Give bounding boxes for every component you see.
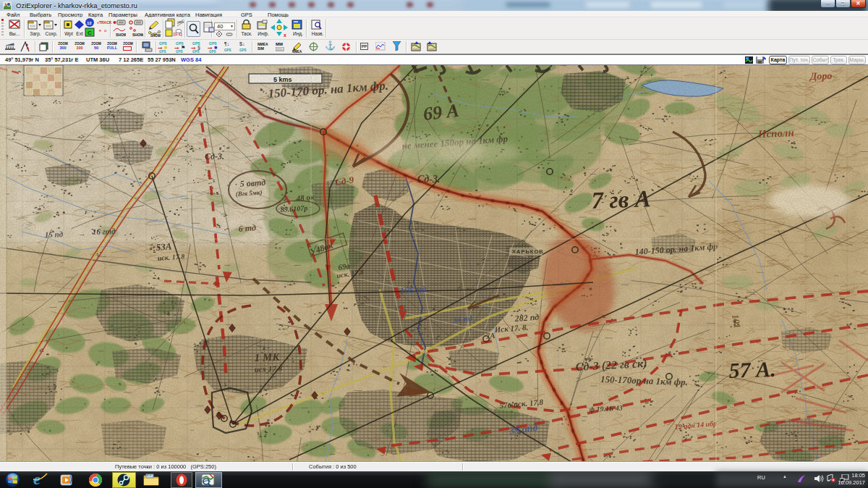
svg-text:x: x [284,33,286,37]
svg-text:12: 12 [87,21,92,25]
svg-text:GMS: GMS [177,20,184,24]
svg-text:SHOW: SHOW [132,33,143,37]
svg-text:SHOW: SHOW [150,34,161,37]
svg-text:C: C [88,30,92,36]
svg-text:SHOW: SHOW [116,33,126,37]
